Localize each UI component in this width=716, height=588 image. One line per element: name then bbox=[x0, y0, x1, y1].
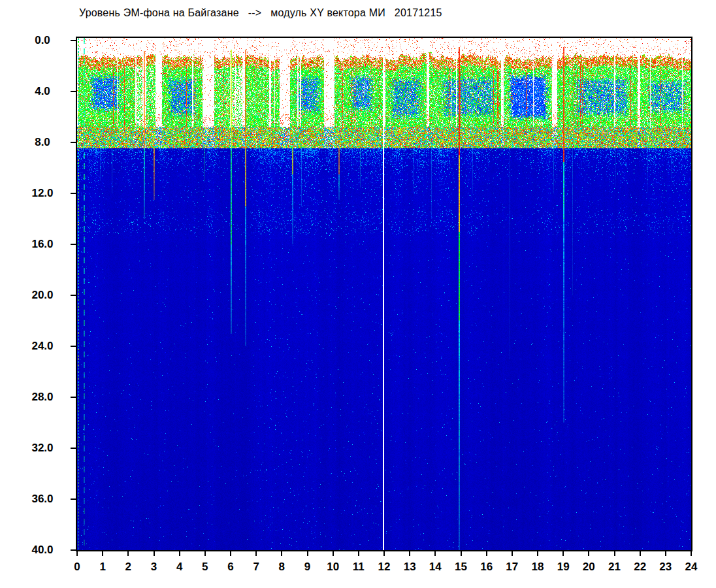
y-tick-label: 16.0 bbox=[16, 238, 69, 251]
x-tick-label: 6 bbox=[220, 561, 242, 574]
x-tick-mark bbox=[537, 550, 538, 556]
spectrogram-canvas bbox=[77, 38, 691, 550]
y-tick-mark bbox=[71, 244, 77, 245]
x-tick-mark bbox=[307, 550, 308, 556]
x-tick-label: 13 bbox=[399, 561, 421, 574]
x-tick-mark bbox=[102, 550, 103, 556]
x-tick-label: 22 bbox=[629, 561, 651, 574]
x-tick-label: 14 bbox=[424, 561, 446, 574]
y-tick-mark bbox=[71, 498, 77, 500]
y-tick-mark bbox=[71, 193, 77, 194]
y-tick-label: 32.0 bbox=[16, 442, 69, 455]
x-tick-label: 11 bbox=[348, 561, 370, 574]
x-tick-mark bbox=[179, 550, 180, 556]
chart-title: Уровень ЭМ-фона на Байгазане --> модуль … bbox=[79, 7, 442, 19]
x-tick-mark bbox=[255, 550, 257, 556]
y-tick-label: 12.0 bbox=[16, 187, 69, 200]
y-tick-label: 20.0 bbox=[16, 289, 69, 302]
x-tick-label: 21 bbox=[604, 561, 626, 574]
y-tick-label: 36.0 bbox=[16, 493, 69, 506]
y-tick-label: 4.0 bbox=[16, 85, 69, 98]
x-tick-mark bbox=[588, 550, 589, 556]
x-tick-label: 8 bbox=[270, 561, 293, 574]
y-tick-mark bbox=[71, 397, 77, 398]
y-tick-mark bbox=[71, 142, 77, 143]
x-tick-mark bbox=[127, 550, 129, 556]
y-tick-label: 24.0 bbox=[16, 340, 69, 353]
x-tick-label: 10 bbox=[322, 561, 344, 574]
spectrogram-page: Уровень ЭМ-фона на Байгазане --> модуль … bbox=[0, 0, 716, 588]
x-tick-label: 24 bbox=[680, 561, 702, 574]
x-tick-label: 7 bbox=[245, 561, 267, 574]
y-tick-mark bbox=[71, 40, 77, 41]
y-tick-mark bbox=[71, 91, 77, 92]
x-tick-mark bbox=[614, 550, 615, 556]
x-tick-mark bbox=[562, 550, 564, 556]
x-tick-label: 0 bbox=[66, 561, 88, 574]
x-tick-label: 5 bbox=[194, 561, 216, 574]
y-tick-mark bbox=[71, 295, 77, 296]
x-tick-mark bbox=[409, 550, 410, 556]
x-tick-mark bbox=[640, 550, 641, 556]
x-tick-mark bbox=[434, 550, 436, 556]
x-tick-label: 20 bbox=[578, 561, 600, 574]
x-tick-label: 17 bbox=[501, 561, 523, 574]
x-tick-mark bbox=[333, 550, 334, 556]
x-tick-mark bbox=[76, 550, 78, 556]
y-tick-label: 28.0 bbox=[16, 391, 69, 404]
x-tick-mark bbox=[383, 550, 385, 556]
x-tick-label: 23 bbox=[655, 561, 677, 574]
x-tick-label: 19 bbox=[552, 561, 574, 574]
x-tick-mark bbox=[358, 550, 359, 556]
x-tick-label: 16 bbox=[476, 561, 498, 574]
x-tick-mark bbox=[281, 550, 282, 556]
x-tick-mark bbox=[461, 550, 462, 556]
x-tick-label: 15 bbox=[450, 561, 472, 574]
y-tick-label: 40.0 bbox=[16, 544, 69, 557]
y-tick-label: 0.0 bbox=[16, 34, 69, 47]
x-tick-label: 12 bbox=[373, 561, 395, 574]
x-tick-label: 2 bbox=[117, 561, 139, 574]
x-tick-label: 18 bbox=[527, 561, 549, 574]
x-tick-mark bbox=[204, 550, 206, 556]
x-tick-label: 3 bbox=[143, 561, 165, 574]
y-tick-mark bbox=[71, 346, 77, 347]
y-tick-mark bbox=[71, 448, 77, 449]
y-tick-label: 8.0 bbox=[16, 136, 69, 149]
x-tick-mark bbox=[691, 550, 692, 556]
x-tick-mark bbox=[486, 550, 487, 556]
x-tick-label: 4 bbox=[169, 561, 191, 574]
x-tick-mark bbox=[665, 550, 666, 556]
x-tick-label: 9 bbox=[297, 561, 319, 574]
x-tick-mark bbox=[154, 550, 155, 556]
x-tick-label: 1 bbox=[91, 561, 114, 574]
x-tick-mark bbox=[512, 550, 513, 556]
x-tick-mark bbox=[230, 550, 231, 556]
